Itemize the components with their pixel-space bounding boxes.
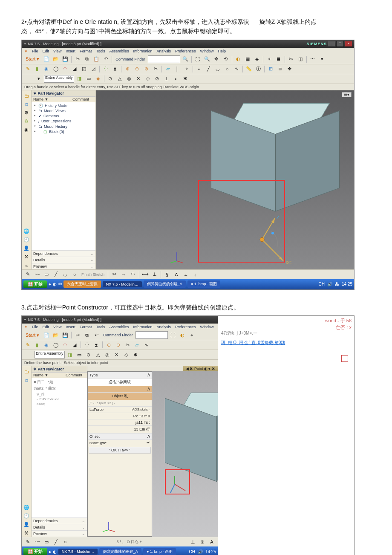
pd-z[interactable]: 13 EIn 行 [88,425,152,433]
project-curve-icon[interactable]: ↓ [191,270,199,279]
nav-roles-icon[interactable]: 👤 [23,245,30,252]
menu-tools[interactable]: Tools [96,49,105,53]
tree-history-mode[interactable]: 🕘History Mode [33,103,94,108]
menu2-edit[interactable]: Edit [43,325,49,329]
nav2-col-name[interactable]: Name ▼ [32,373,64,378]
copy-icon[interactable]: ⧉ [83,55,91,64]
trim2b-icon[interactable]: ✂ [123,341,132,349]
view-zoom-icon[interactable]: 🔍 [203,55,211,64]
task2-doc[interactable]: 倒弹簧曲线的创建_A [99,548,141,555]
pd-y[interactable]: ja11 lrs : [88,419,152,425]
assembly-filter-2[interactable]: Entire Assembly [35,351,65,358]
paste-icon[interactable]: 📋 [92,55,101,64]
tray-lang-icon[interactable]: CH [319,282,325,286]
nav2-asm-icon[interactable]: ⧈ [23,376,30,384]
sk2c-icon[interactable]: ▭ [42,538,51,546]
wireframe-icon[interactable]: ▦ [243,55,252,64]
snap-point-icon[interactable]: • [172,75,180,83]
more-icon[interactable]: ⋯ [308,55,317,64]
asm-move-icon[interactable]: ✥ [285,65,294,73]
tree-model-history[interactable]: 🗀Model History [33,124,94,129]
blend-icon[interactable]: ◠ [61,65,69,73]
selection-filter-icon[interactable]: ▾ [35,75,43,83]
snap2-any-icon[interactable]: ✱ [131,350,140,359]
text-icon[interactable]: A [172,270,181,279]
menu-help[interactable]: Help [218,49,226,53]
nav-constraint-icon[interactable]: ⚙ [23,109,30,117]
revolve2-icon[interactable]: ◉ [42,341,51,349]
task-item-1[interactable]: 六合天王时上变换 [63,280,101,288]
sk2b-icon[interactable]: 〰 [33,538,41,546]
snap-mid-icon[interactable]: △ [115,75,124,83]
snap-intersect-icon[interactable]: ✕ [134,75,143,83]
open2-icon[interactable]: 📂 [52,331,60,339]
tree2-d[interactable]: - 'EH'k Extrude [33,397,85,402]
section-details[interactable]: Details⌄ [32,257,95,263]
draft-icon[interactable]: ◿ [89,65,98,73]
extend-icon[interactable]: → [119,270,128,279]
nav-col-name[interactable]: Name ▼ [32,97,71,102]
sketch2-icon[interactable]: ✎ [23,341,32,349]
blend2-icon[interactable]: ◠ [61,341,69,349]
section2-dep[interactable]: Dependencies⌄ [32,517,87,524]
section2-prev[interactable]: Preview⌄ [32,530,87,537]
copy2-icon[interactable]: ⧉ [83,331,91,339]
pd-type-header[interactable]: Typeᐱ [88,372,152,378]
info-icon[interactable]: ⓘ [254,65,262,73]
minimize-button[interactable]: _ [328,41,335,47]
unite2-icon[interactable]: ⊕ [104,341,113,349]
task2-nx[interactable]: NX 7.5 - Modelin… [58,549,98,555]
menu-assemblies[interactable]: Assemblies [109,49,129,53]
snap-perp-icon[interactable]: ⊥ [162,75,171,83]
pd-offset-none[interactable]: none: gw*••' [88,439,152,446]
tree-model-views[interactable]: 🗀Model Views [33,108,94,113]
graphics-viewport-2[interactable] [152,371,218,537]
tray-vol-icon[interactable]: 🔊 [327,282,332,286]
menu2-format[interactable]: Format [80,325,92,329]
snap2-end-icon[interactable]: ⊙ [84,350,93,359]
nav2-sys-icon[interactable]: ⚒ [23,529,30,537]
helix-icon[interactable]: § [163,270,171,279]
sk2e-icon[interactable]: ○ [61,538,69,546]
assembly-filter-dropdown[interactable]: Entire Assembly [44,75,74,83]
menu2-insert[interactable]: Insert [66,325,75,329]
fillet-icon[interactable]: ◠ [129,270,137,279]
snap2-center-icon[interactable]: ◎ [103,350,112,359]
unite-icon[interactable]: ⊕ [123,65,132,73]
tray2-lang[interactable]: CH [189,549,195,554]
circle-icon[interactable]: ○ [223,65,231,73]
tree2-a[interactable]: ■ 日二 . *始 [33,379,85,385]
datum-csys-icon[interactable]: ⌖ [182,65,191,73]
wcs-icon[interactable]: ⌖ [265,55,274,64]
nav-browser-icon[interactable]: 🌐 [23,228,30,235]
command-finder-input-2[interactable] [135,331,168,339]
start-button-win-2[interactable]: 🪟 开始 [23,548,47,555]
view-fit-icon[interactable]: ⛶ [193,55,202,64]
nav-col-comment[interactable]: Comment [71,97,95,102]
dim-icon[interactable]: ⟷ [141,270,150,279]
pattern2-icon[interactable]: ⁛ [83,341,91,349]
quicklaunch-icon[interactable]: ● [49,282,51,286]
datum2-icon[interactable]: ▱ [133,341,141,349]
task-item-2[interactable]: NX 7.5 - Modelin… [103,281,142,287]
tree2-c[interactable]: V_ril [33,392,85,397]
point-icon[interactable]: • [195,65,203,73]
view-rotate-icon[interactable]: ⟲ [222,55,230,64]
subtract2-icon[interactable]: ⊖ [114,341,122,349]
sel2-edge-icon[interactable]: ▭ [75,350,84,359]
menu2-analysis[interactable]: Analysis [156,325,171,329]
task2-bmp[interactable]: ● 1. bmp - 画图 [143,548,176,555]
view2-fit-icon[interactable]: ⛶ [169,331,177,339]
sel-edge-icon[interactable]: ▭ [84,75,93,83]
asm-constrain-icon[interactable]: ⧈ [276,65,284,73]
layers-icon[interactable]: ≣ [274,55,283,64]
line-icon[interactable]: ╱ [204,65,213,73]
rect-tool-icon[interactable]: ▭ [42,270,51,279]
finish-sketch-label[interactable]: Finish Sketch [80,272,106,277]
sel-face-icon[interactable]: ◨ [75,75,84,83]
nav2-role-icon[interactable]: 👤 [23,520,30,528]
tree2-b[interactable]: thart2. * 曲农 [33,385,85,392]
mirror-icon[interactable]: ⧗ [111,65,119,73]
datum-plane-icon[interactable]: ▱ [164,65,172,73]
view-pan-icon[interactable]: ✥ [212,55,221,64]
